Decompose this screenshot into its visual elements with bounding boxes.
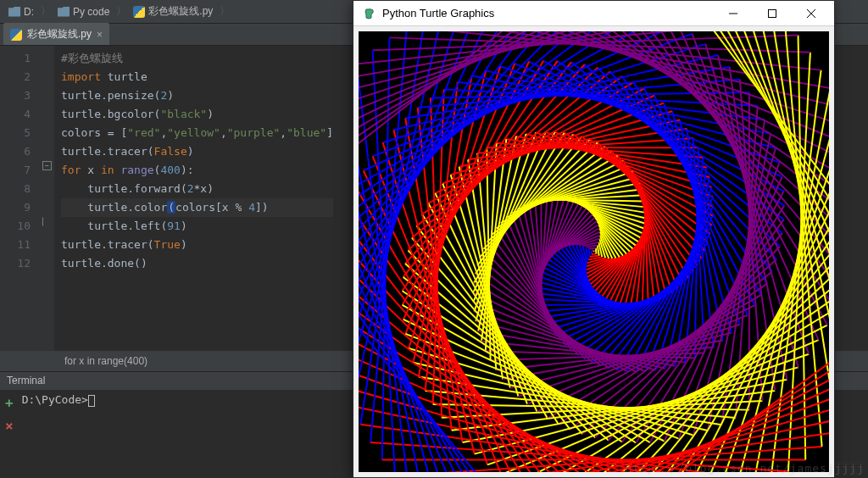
bc-label: 彩色螺旋线.py <box>148 4 213 19</box>
code-area[interactable]: #彩色螺旋线import turtleturtle.pensize(2)turt… <box>54 46 333 351</box>
svg-line-10 <box>589 248 596 249</box>
svg-line-12 <box>590 256 599 257</box>
fold-marker-end <box>42 217 52 226</box>
add-terminal-icon[interactable]: + <box>5 395 14 411</box>
terminal-title: Terminal <box>7 375 45 386</box>
turtle-window-title: Python Turtle Graphics <box>382 7 494 19</box>
watermark-text: https://blog.csdn.net/jamesjjjjj <box>626 462 865 475</box>
tab-label: 彩色螺旋线.py <box>27 27 92 42</box>
chevron-right-icon: 〉 <box>116 4 126 19</box>
chevron-right-icon: 〉 <box>220 4 230 19</box>
turtle-titlebar[interactable]: Python Turtle Graphics <box>353 1 834 26</box>
line-gutter: 123456789101112 <box>0 46 42 351</box>
svg-line-11 <box>589 248 590 257</box>
maximize-button[interactable] <box>753 1 792 26</box>
breadcrumb-file[interactable]: 彩色螺旋线.py <box>130 3 216 19</box>
terminal-prompt: D:\PyCode> <box>22 393 88 406</box>
folder-icon <box>58 7 70 17</box>
breadcrumb-drive[interactable]: D: <box>5 5 37 19</box>
bc-label: Py code <box>73 6 109 18</box>
terminal-output[interactable]: D:\PyCode> <box>22 393 95 407</box>
chevron-right-icon: 〉 <box>41 4 51 19</box>
fold-marker-open[interactable]: − <box>42 161 52 170</box>
fold-column: − <box>42 46 54 351</box>
close-icon[interactable]: × <box>97 29 103 41</box>
svg-line-13 <box>598 245 599 255</box>
svg-line-336 <box>359 330 676 472</box>
turtle-canvas-frame <box>353 26 834 477</box>
minimize-button[interactable] <box>714 1 753 26</box>
tab-file[interactable]: 彩色螺旋线.py × <box>3 23 109 45</box>
turtle-window[interactable]: Python Turtle Graphics <box>353 0 835 478</box>
python-file-icon <box>10 29 22 41</box>
terminal-toolbar: + × <box>5 393 14 434</box>
terminal-cursor <box>88 395 95 407</box>
turtle-app-icon <box>362 6 377 21</box>
drive-icon <box>8 7 20 17</box>
breadcrumb-folder[interactable]: Py code <box>54 5 113 19</box>
turtle-canvas <box>359 31 829 472</box>
close-button[interactable] <box>792 1 831 26</box>
python-file-icon <box>133 6 145 18</box>
svg-rect-1 <box>769 9 776 17</box>
structure-item: for x in range(400) <box>64 355 147 367</box>
svg-line-9 <box>596 248 597 254</box>
bc-label: D: <box>24 6 34 18</box>
svg-line-196 <box>459 119 681 166</box>
close-terminal-icon[interactable]: × <box>5 418 14 434</box>
